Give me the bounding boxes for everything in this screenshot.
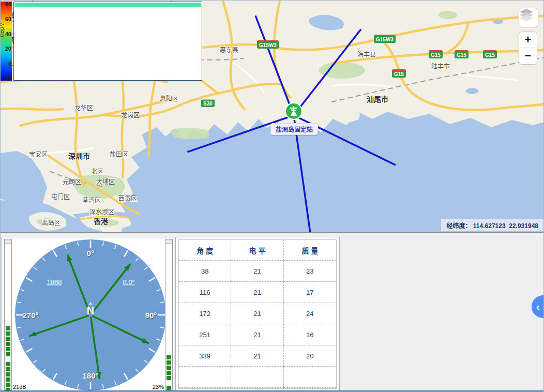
column-header-quality: 质 量 — [284, 240, 336, 261]
meter-block — [6, 378, 10, 382]
meter-block — [6, 352, 10, 356]
table-cell: 16 — [284, 324, 336, 345]
meter-cap — [5, 239, 11, 244]
meter-block — [6, 367, 10, 371]
zoom-out-button[interactable]: − — [519, 48, 537, 64]
quality-readout: 23% — [153, 384, 164, 390]
level-meter — [4, 239, 12, 390]
meter-block — [167, 386, 171, 390]
meter-block — [167, 355, 171, 359]
bearing-table: 角 度 电 平 质 量 3821231162117172212425121163… — [178, 239, 337, 389]
chevron-left-icon: ‹ — [536, 301, 540, 313]
table-cell: 21 — [231, 345, 283, 367]
table-cell: 21 — [231, 282, 283, 303]
zoom-in-button[interactable]: + — [519, 32, 537, 48]
table-cell: 21 — [231, 324, 283, 345]
table-cell — [284, 367, 336, 388]
road-shield: G15 — [392, 69, 406, 78]
station-marker[interactable] — [285, 103, 302, 119]
meter-block — [6, 362, 10, 366]
table-filler — [231, 388, 283, 388]
waterfall-scan-line — [14, 3, 201, 7]
road-shield: G15W3 — [374, 35, 396, 43]
window-bottom-border — [1, 390, 543, 391]
monitoring-app: 东莞市博罗县惠州市惠东县惠阳区龙华区龙岗区宝安区深圳市盐田区北区元朗区大埔区屯门… — [0, 0, 544, 392]
table-cell: 23 — [284, 261, 336, 282]
bearing-table-panel: 角 度 电 平 质 量 3821231162117172212425121163… — [175, 237, 340, 391]
meter-block — [167, 360, 171, 365]
meter-block — [6, 347, 10, 351]
meter-block — [167, 376, 171, 380]
waterfall-display[interactable] — [13, 2, 202, 81]
table-cell — [179, 367, 231, 388]
meter-block — [6, 342, 10, 346]
meter-block — [167, 371, 171, 375]
table-cell: 38 — [179, 261, 231, 282]
colorbar-tick: 60 — [1, 16, 11, 22]
dial-label-270: 270° — [22, 311, 38, 320]
meter-block — [6, 326, 10, 330]
table-cell: 339 — [179, 345, 231, 367]
table-cell: 116 — [179, 282, 231, 303]
road-shield: S30 — [201, 99, 215, 107]
meter-block — [6, 337, 10, 341]
road-shield: G15 — [455, 50, 469, 58]
table-cell — [231, 367, 283, 388]
table-filler — [284, 388, 336, 388]
colorbar-tick: 20 — [1, 46, 11, 52]
colorbar-tick: -20 — [1, 76, 11, 82]
road-shield: G15 — [483, 50, 497, 58]
north-marker: ▲ N — [87, 300, 94, 315]
table-cell: 21 — [231, 303, 283, 324]
column-header-angle: 角 度 — [179, 240, 231, 261]
meter-block — [6, 372, 10, 376]
station-name-label[interactable]: 盐洲岛固定站 — [270, 123, 318, 135]
road-shield: G15W3 — [257, 40, 279, 49]
zoom-control: + − — [519, 32, 537, 65]
layers-button[interactable] — [519, 8, 538, 27]
waterfall-colorbar: dBµV 806040200-20 — [1, 2, 12, 81]
table-filler — [179, 388, 231, 388]
coordinates-readout: 经纬度： 114.627123 22.931948 — [441, 219, 543, 231]
table-cell: 172 — [179, 303, 231, 324]
table-cell: 24 — [284, 303, 336, 324]
level-readout: 21dB — [13, 384, 26, 390]
dial-label-180: 180° — [82, 371, 98, 380]
dial-label-0: 0° — [87, 249, 94, 258]
road-shield: G15 — [429, 50, 443, 58]
latitude-value: 22.931948 — [509, 222, 538, 230]
column-header-level: 电 平 — [231, 240, 283, 261]
dial-bearing-value[interactable]: 0.0° — [123, 278, 134, 286]
colorbar-tick: 0 — [1, 61, 11, 67]
dial-label-90: 90° — [145, 311, 157, 320]
table-cell: 20 — [284, 345, 336, 367]
collapse-panel-button[interactable]: ‹ — [532, 295, 544, 318]
meter-cap — [165, 239, 172, 244]
meter-block — [6, 383, 10, 387]
compass-panel: 0° 90° 180° 270° 1868 0.0° ▲ N 21dB 23% — [2, 237, 174, 391]
meter-block — [6, 331, 10, 336]
colorbar-tick: 80 — [1, 1, 11, 7]
colorbar-tick: 40 — [1, 31, 11, 37]
layers-icon — [519, 8, 534, 22]
dial-frequency-value[interactable]: 1868 — [47, 278, 62, 286]
quality-meter — [165, 239, 173, 390]
table-cell: 21 — [231, 261, 283, 282]
table-cell: 251 — [179, 324, 231, 345]
longitude-value: 114.627123 — [473, 222, 506, 230]
table-cell: 17 — [284, 282, 336, 303]
meter-block — [167, 366, 171, 370]
